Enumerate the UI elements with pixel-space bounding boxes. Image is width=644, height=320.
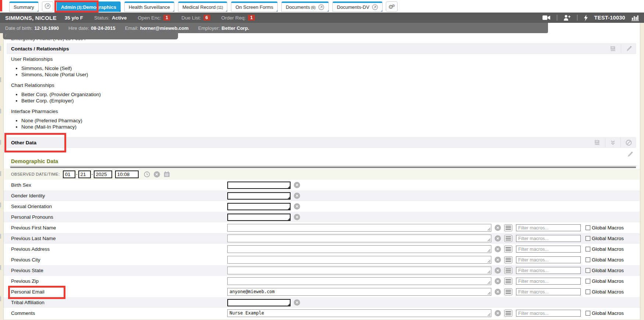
filter-macros-input[interactable] — [516, 235, 581, 242]
demographics-page: Emergency Phone: (766) 254-6604 / Date o… — [0, 0, 644, 320]
macro-list-icon[interactable] — [504, 288, 512, 295]
select-birth-sex[interactable] — [227, 182, 291, 189]
resize-grip-icon[interactable] — [487, 270, 491, 274]
global-macros-checkbox[interactable] — [586, 279, 590, 284]
macro-list-icon[interactable] — [504, 278, 512, 285]
tab-on-screen-forms[interactable]: On Screen Forms — [231, 1, 278, 12]
clear-icon[interactable]: ✕ — [294, 299, 300, 306]
macro-list-icon[interactable] — [504, 310, 512, 317]
circle-slash-icon[interactable] — [624, 140, 633, 146]
info-label: Hire date: — [68, 25, 89, 31]
tab-documents[interactable]: Documents(6) — [281, 1, 329, 12]
resize-grip-icon[interactable] — [487, 249, 491, 252]
macro-list-icon[interactable] — [504, 246, 512, 253]
global-macros-checkbox[interactable] — [586, 225, 590, 230]
tab-summary[interactable]: Summary — [9, 1, 39, 12]
select-personal-pronouns[interactable] — [227, 214, 291, 221]
status-badge[interactable]: 1 — [248, 15, 255, 21]
pencil-icon[interactable] — [626, 151, 634, 157]
clear-icon[interactable]: ✕ — [294, 214, 300, 220]
book-icon[interactable] — [592, 140, 602, 145]
add-user-icon[interactable] — [562, 15, 572, 21]
resize-grip-icon[interactable] — [487, 228, 491, 231]
macro-list-icon[interactable] — [504, 256, 512, 263]
settings-button[interactable]: ⚙⚙ — [386, 1, 398, 12]
bar-chart-icon[interactable] — [630, 15, 640, 21]
textarea-previous-city[interactable] — [227, 256, 491, 264]
select-gender-identity[interactable] — [227, 192, 291, 200]
clear-icon[interactable]: ✕ — [495, 267, 501, 274]
macro-list-icon[interactable] — [504, 235, 512, 242]
clock-icon[interactable] — [142, 171, 152, 177]
clear-icon[interactable]: ✕ — [495, 246, 501, 252]
clear-icon[interactable]: ✕ — [154, 171, 160, 177]
global-macros-checkbox[interactable] — [586, 257, 590, 262]
gears-icon: ⚙⚙ — [388, 4, 395, 10]
form-row-personal-pronouns: Personal Pronouns✕ — [4, 212, 640, 222]
filter-macros-input[interactable] — [516, 288, 581, 295]
observed-time-input[interactable]: 10:08 — [115, 170, 139, 178]
popout-button[interactable] — [42, 1, 53, 12]
list-item: None (Preferred Pharmacy) — [21, 117, 331, 124]
textarea-previous-state[interactable] — [227, 267, 491, 274]
status-badge[interactable]: 6 — [203, 15, 210, 21]
clear-icon[interactable]: ✕ — [294, 203, 300, 210]
clear-icon[interactable]: ✕ — [294, 182, 300, 188]
observed-year-input[interactable]: 2025 — [94, 170, 112, 178]
filter-macros-input[interactable] — [516, 256, 581, 263]
observed-day-input[interactable]: 21 — [78, 170, 91, 178]
circle-arrow-icon[interactable] — [372, 4, 378, 10]
macro-list-icon[interactable] — [504, 224, 512, 231]
clear-icon[interactable]: ✕ — [495, 235, 501, 242]
clear-icon[interactable]: ✕ — [495, 278, 501, 284]
filter-macros-input[interactable] — [516, 278, 581, 285]
tab-documents-dv[interactable]: Documents-DV — [332, 1, 383, 12]
divider — [10, 166, 636, 168]
calendar-icon[interactable] — [162, 171, 171, 177]
resize-grip-icon[interactable] — [487, 260, 491, 263]
tab-medical-record[interactable]: Medical Record(11) — [178, 1, 227, 12]
textarea-personal-email[interactable]: anyone@mieweb.com — [227, 288, 491, 296]
clear-icon[interactable]: ✕ — [495, 225, 501, 231]
resize-grip-icon[interactable] — [487, 313, 491, 316]
resize-grip-icon[interactable] — [487, 292, 491, 295]
tab-admin-demographics[interactable]: Admin(3):Demographics — [57, 1, 121, 12]
global-macros-checkbox[interactable] — [586, 236, 590, 241]
clear-icon[interactable]: ✕ — [495, 257, 501, 263]
observed-month-input[interactable]: 01 — [63, 170, 75, 178]
global-macros-checkbox[interactable] — [586, 247, 590, 252]
textarea-previous-zip[interactable] — [227, 277, 491, 285]
global-macros-checkbox[interactable] — [586, 268, 590, 273]
form-row-birth-sex: Birth Sex✕ — [4, 180, 640, 190]
textarea-previous-address[interactable] — [227, 245, 491, 253]
filter-macros-input[interactable] — [516, 224, 581, 231]
field-label-previous-first-name: Previous First Name — [11, 225, 227, 231]
global-macros-checkbox[interactable] — [586, 311, 590, 316]
resize-grip-icon[interactable] — [487, 281, 491, 284]
macro-list-icon[interactable] — [504, 267, 512, 274]
textarea-previous-first-name[interactable] — [227, 224, 491, 232]
circle-arrow-icon[interactable] — [318, 4, 324, 10]
pencil-icon[interactable] — [625, 46, 633, 52]
book-icon[interactable] — [608, 46, 618, 52]
textarea-previous-last-name[interactable] — [227, 235, 491, 242]
textarea-comments[interactable]: Nurse Example — [227, 309, 491, 317]
filter-macros-input[interactable] — [516, 246, 581, 253]
clear-icon[interactable]: ✕ — [294, 193, 300, 199]
clear-icon[interactable]: ✕ — [495, 310, 501, 316]
status-badge[interactable]: 1 — [163, 15, 170, 21]
select-sexual-orientation[interactable] — [227, 203, 291, 210]
lightning-icon[interactable] — [582, 15, 590, 21]
chart-id: TEST-10030 — [594, 15, 625, 21]
tab-health-surveillance[interactable]: Health Surveillance — [124, 1, 174, 12]
edge-mark — [0, 77, 1, 82]
form-row-previous-zip: Previous Zip✕Global Macros — [4, 276, 640, 286]
global-macros-checkbox[interactable] — [586, 289, 590, 294]
filter-macros-input[interactable] — [516, 267, 581, 274]
video-camera-icon[interactable] — [541, 15, 552, 20]
select-tribal-affiliation[interactable] — [227, 299, 291, 306]
resize-grip-icon[interactable] — [487, 238, 491, 242]
filter-macros-input[interactable] — [516, 310, 581, 317]
double-chevron-down-icon[interactable] — [609, 140, 617, 145]
clear-icon[interactable]: ✕ — [495, 289, 501, 295]
